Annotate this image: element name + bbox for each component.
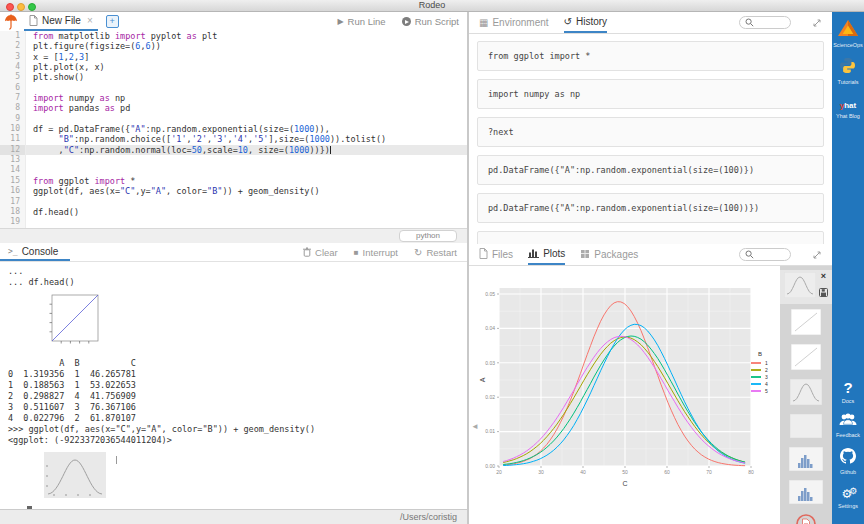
history-item[interactable]: pd.DataFrame({"A":np.random.exponential(… — [477, 155, 824, 185]
expand-pane-icon[interactable] — [812, 250, 822, 260]
line-number: 4 — [0, 62, 26, 72]
sidebar-item-settings[interactable]: ⚙⚙Settings — [838, 484, 858, 509]
play-icon: ▶ — [337, 17, 343, 26]
sidebar-item-github[interactable]: Github — [839, 447, 857, 475]
sidebar-item-yhat-blog[interactable]: yhatYhat Blog — [836, 94, 860, 119]
code-line: 17 — [0, 197, 467, 207]
tab-environment[interactable]: ▦ Environment — [479, 12, 549, 33]
restart-button[interactable]: ↻ Restart — [414, 247, 457, 258]
line-number: 11 — [0, 134, 26, 144]
plot-thumbnail[interactable] — [791, 309, 821, 339]
console-header: >_ Console Clear ■ Interrupt ↻ Restart — [0, 243, 467, 262]
broken-plot-icon[interactable] — [795, 513, 817, 524]
console-output: ... ... df.head() A B C 0 1.319356 1 46.… — [0, 262, 467, 516]
tab-files[interactable]: Files — [479, 244, 513, 265]
console-tab[interactable]: >_ Console — [0, 243, 70, 261]
sidebar-item-docs[interactable]: ?Docs — [842, 379, 855, 404]
environment-tab-label: Environment — [492, 17, 548, 28]
svg-text:3: 3 — [765, 374, 768, 380]
line-number: 15 — [0, 176, 26, 186]
tab-plots[interactable]: Plots — [528, 244, 565, 265]
line-number: 18 — [0, 207, 26, 217]
svg-text:C: C — [622, 480, 627, 487]
plot-thumbnail[interactable] — [790, 414, 822, 442]
console-ggplot-thumbnail — [44, 452, 106, 501]
window-title: Rodeo — [0, 0, 864, 11]
sidebar-item-tutorials[interactable]: Tutorials — [838, 57, 859, 85]
file-icon — [29, 12, 38, 30]
clear-console-button[interactable]: Clear — [303, 247, 338, 258]
history-item[interactable]: pd.DataFrame({"A":np.random.exponential(… — [477, 193, 824, 223]
run-script-button[interactable]: Run Script — [402, 16, 459, 27]
svg-text:0.04: 0.04 — [485, 325, 495, 331]
search-icon — [745, 250, 754, 259]
code-editor[interactable]: 1from matplotlib import pyplot as plt2pl… — [0, 31, 467, 228]
line-number: 7 — [0, 93, 26, 103]
path-statusbar: /Users/coristig — [0, 509, 467, 524]
line-number: 3 — [0, 52, 26, 62]
previous-plot-arrow[interactable]: ◄ — [471, 422, 479, 431]
svg-text:4: 4 — [765, 381, 768, 387]
sidebar-item-label: Settings — [838, 503, 858, 509]
new-tab-button[interactable]: + — [106, 15, 119, 28]
sidebar-item-label: Tutorials — [838, 79, 859, 85]
tab-packages[interactable]: Packages — [580, 244, 638, 265]
sidebar-bottom-group: ?DocsFeedbackGithub⚙⚙Settings — [836, 379, 860, 524]
code-line: 13 — [0, 155, 467, 165]
environment-history-header: ▦ Environment ↺ History — [469, 12, 832, 34]
tab-history[interactable]: ↺ History — [564, 12, 608, 33]
sidebar-item-feedback[interactable]: Feedback — [836, 413, 860, 438]
svg-text:60: 60 — [664, 469, 670, 475]
sidebar-top-group: ScienceOpsTutorialsyhatYhat Blog — [833, 19, 863, 128]
save-plot-icon[interactable] — [819, 283, 828, 301]
expand-pane-icon[interactable] — [812, 18, 822, 28]
console-prompt-icon: >_ — [8, 247, 18, 256]
language-selector[interactable]: python — [399, 230, 457, 242]
stop-icon: ■ — [354, 248, 359, 257]
plot-thumbnail[interactable] — [789, 447, 823, 475]
code-line: 8import pandas as pd — [0, 103, 467, 113]
plot-thumbnail[interactable] — [790, 379, 822, 409]
plot-thumbnail[interactable] — [789, 480, 823, 508]
history-item[interactable] — [477, 231, 824, 244]
ggplot-density-chart: 203040506070800.000.010.020.030.040.05CA… — [479, 270, 775, 514]
octocat-icon — [839, 447, 857, 468]
plot-viewer: ◄ 203040506070800.000.010.020.030.040.05… — [469, 266, 832, 524]
history-item[interactable]: ?next — [477, 117, 824, 147]
editor-toolbar: New File × + ▶ Run Line Run Script — [0, 12, 467, 31]
history-search-box[interactable] — [739, 16, 791, 29]
interrupt-label: Interrupt — [363, 247, 398, 258]
code-line: 7import numpy as np — [0, 93, 467, 103]
right-pane: ▦ Environment ↺ History from ggplot impo… — [469, 12, 832, 524]
code-line: 11 "B":np.random.choice(['1','2','3','4'… — [0, 134, 467, 144]
sidebar-item-scienceops[interactable]: ScienceOps — [833, 19, 863, 48]
line-number: 5 — [0, 72, 26, 82]
file-icon — [479, 248, 488, 261]
interrupt-button[interactable]: ■ Interrupt — [354, 247, 398, 258]
run-line-button[interactable]: ▶ Run Line — [337, 16, 385, 27]
sidebar-item-label: Yhat Blog — [836, 113, 860, 119]
clear-label: Clear — [315, 247, 338, 258]
line-number: 8 — [0, 103, 26, 113]
editor-console-pane: New File × + ▶ Run Line Run Script 1from… — [0, 12, 469, 524]
trash-icon — [303, 247, 311, 257]
plot-thumbnail-strip: × — [780, 266, 832, 524]
delete-plot-icon[interactable]: × — [821, 272, 826, 280]
svg-text:1: 1 — [765, 360, 768, 366]
line-number: 16 — [0, 186, 26, 196]
editor-tab-new-file[interactable]: New File × — [24, 12, 98, 31]
line-number: 17 — [0, 197, 26, 207]
search-icon — [745, 18, 754, 27]
rodeo-window: Rodeo New File × + ▶ — [0, 0, 864, 524]
plots-search-box[interactable] — [739, 248, 791, 261]
history-item[interactable]: from ggplot import * — [477, 41, 824, 71]
svg-text:40: 40 — [580, 469, 586, 475]
selected-plot-thumbnail-row: × — [780, 270, 832, 304]
code-line: 5plt.show() — [0, 72, 467, 82]
close-tab-icon[interactable]: × — [87, 15, 93, 26]
plot-thumbnail[interactable] — [791, 344, 821, 374]
people-icon — [838, 413, 858, 431]
plot-thumbnail-selected[interactable] — [784, 272, 816, 302]
history-item[interactable]: import numpy as np — [477, 79, 824, 109]
code-line: 18df.head() — [0, 207, 467, 217]
